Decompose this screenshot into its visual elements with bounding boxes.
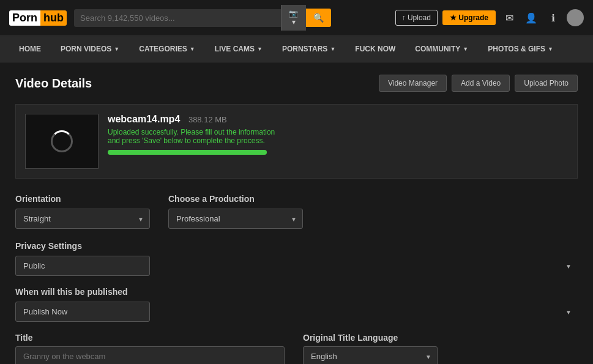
info-icon[interactable]: ℹ <box>545 9 562 26</box>
production-group: Choose a Production Professional Amateur <box>168 194 303 229</box>
video-thumbnail <box>25 114 99 169</box>
logo[interactable]: Pornhub <box>9 10 67 26</box>
nav-photos-gifs[interactable]: PHOTOS & GIFS ▼ <box>478 36 563 62</box>
title-label: Title <box>15 333 285 343</box>
search-input[interactable] <box>74 9 281 27</box>
add-video-button[interactable]: Add a Video <box>452 75 510 92</box>
chevron-down-icon: ▼ <box>463 46 468 52</box>
orientation-group: Orientation Straight Gay Transsexual <box>15 194 150 229</box>
orientation-select[interactable]: Straight Gay Transsexual <box>15 209 150 229</box>
publish-section: When will this be published Publish Now … <box>15 287 578 322</box>
main-nav: HOME PORN VIDEOS ▼ CATEGORIES ▼ LIVE CAM… <box>0 36 593 62</box>
loading-spinner <box>51 130 73 152</box>
progress-fill <box>108 150 267 155</box>
logo-porn: Porn <box>9 10 40 26</box>
orig-lang-select-wrap: English Spanish French German Japanese <box>303 346 438 364</box>
logo-hub: hub <box>40 10 67 26</box>
original-language-group: Original Title Language English Spanish … <box>303 333 438 364</box>
chevron-down-icon: ▼ <box>330 46 335 52</box>
production-select[interactable]: Professional Amateur <box>168 209 303 229</box>
user-icon[interactable]: 👤 <box>523 9 540 26</box>
search-button[interactable]: 🔍 <box>306 9 331 27</box>
title-input[interactable] <box>15 346 285 364</box>
privacy-group: Privacy Settings Public Private Friends … <box>15 241 578 276</box>
video-manager-button[interactable]: Video Manager <box>379 75 447 92</box>
publish-select[interactable]: Publish Now Schedule <box>15 302 150 322</box>
orientation-production-row: Orientation Straight Gay Transsexual Cho… <box>15 194 578 229</box>
video-info: webcam14.mp4 388.12 MB Uploaded succesfu… <box>108 114 568 155</box>
video-filename-row: webcam14.mp4 388.12 MB <box>108 114 568 125</box>
privacy-section: Privacy Settings Public Private Friends … <box>15 241 578 276</box>
privacy-select[interactable]: Public Private Friends Only <box>15 256 150 276</box>
header: Pornhub 📷 ▾ 🔍 ↑ Upload ★ Upgrade ✉ 👤 ℹ <box>0 0 593 36</box>
original-language-label: Original Title Language <box>303 333 438 343</box>
upgrade-button[interactable]: ★ Upgrade <box>442 10 496 25</box>
main-content: Video Details Video Manager Add a Video … <box>0 62 593 364</box>
production-label: Choose a Production <box>168 194 303 204</box>
page-header-buttons: Video Manager Add a Video Upload Photo <box>379 75 578 92</box>
camera-search-button[interactable]: 📷 ▾ <box>281 5 306 31</box>
upload-message: Uploaded succesfully. Please fill out th… <box>108 128 568 145</box>
avatar[interactable] <box>567 9 584 26</box>
title-row: Title 75 characters remaining Original T… <box>15 333 578 364</box>
page-header: Video Details Video Manager Add a Video … <box>15 75 578 92</box>
privacy-select-wrap: Public Private Friends Only <box>15 256 578 276</box>
title-group: Title 75 characters remaining <box>15 333 285 364</box>
progress-bar <box>108 150 267 155</box>
chevron-down-icon: ▼ <box>548 46 553 52</box>
orientation-select-wrap: Straight Gay Transsexual <box>15 209 150 229</box>
nav-pornstars[interactable]: PORNSTARS ▼ <box>272 36 345 62</box>
video-filename: webcam14.mp4 <box>108 114 180 124</box>
video-upload-section: webcam14.mp4 388.12 MB Uploaded succesfu… <box>15 104 578 179</box>
nav-home[interactable]: HOME <box>9 36 51 62</box>
page-title: Video Details <box>15 76 92 91</box>
production-select-wrap: Professional Amateur <box>168 209 303 229</box>
publish-select-wrap: Publish Now Schedule <box>15 302 578 322</box>
orientation-label: Orientation <box>15 194 150 204</box>
messages-icon[interactable]: ✉ <box>501 9 518 26</box>
upload-photo-button[interactable]: Upload Photo <box>515 75 578 92</box>
chevron-down-icon: ▼ <box>190 46 195 52</box>
publish-group: When will this be published Publish Now … <box>15 287 578 322</box>
video-filesize: 388.12 MB <box>188 115 227 124</box>
nav-porn-videos[interactable]: PORN VIDEOS ▼ <box>51 36 129 62</box>
nav-fuck-now[interactable]: FUCK NOW <box>345 36 405 62</box>
header-actions: ↑ Upload ★ Upgrade ✉ 👤 ℹ <box>395 9 584 26</box>
upload-button[interactable]: ↑ Upload <box>395 10 438 26</box>
nav-live-cams[interactable]: LIVE CAMS ▼ <box>205 36 272 62</box>
orig-lang-select[interactable]: English Spanish French German Japanese <box>303 346 438 364</box>
search-bar: 📷 ▾ 🔍 <box>74 5 331 31</box>
privacy-label: Privacy Settings <box>15 241 578 251</box>
chevron-down-icon: ▼ <box>114 46 119 52</box>
publish-label: When will this be published <box>15 287 578 297</box>
nav-categories[interactable]: CATEGORIES ▼ <box>129 36 204 62</box>
nav-community[interactable]: COMMUNITY ▼ <box>405 36 478 62</box>
chevron-down-icon: ▼ <box>257 46 263 52</box>
